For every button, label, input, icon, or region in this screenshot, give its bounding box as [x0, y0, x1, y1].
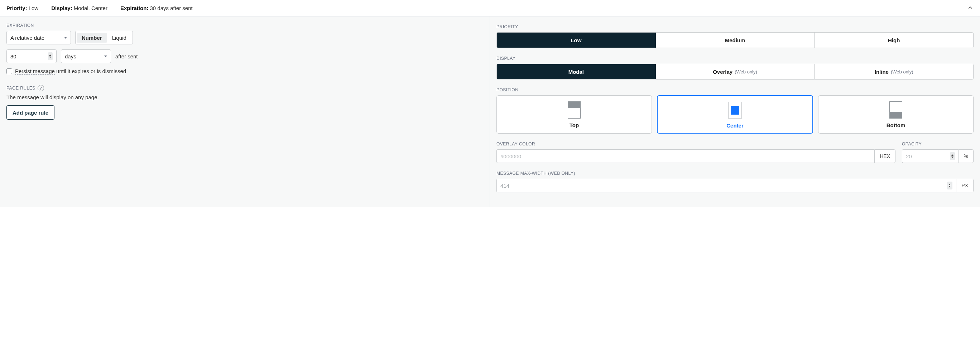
position-bottom-label: Bottom	[886, 122, 905, 128]
position-option-bottom[interactable]: Bottom	[818, 95, 974, 133]
expiration-unit-value: days	[65, 53, 76, 59]
maxwidth-suffix: PX	[956, 179, 974, 192]
after-sent-text: after sent	[115, 53, 138, 59]
display-heading: DISPLAY	[496, 56, 974, 61]
priority-option-high[interactable]: High	[815, 33, 973, 48]
summary-bar: Priority: Low Display: Modal, Center Exp…	[0, 0, 980, 16]
opacity-heading: OPACITY	[902, 141, 974, 146]
maxwidth-text[interactable]	[500, 183, 944, 189]
position-group: Top Center Bottom	[496, 95, 974, 133]
position-top-icon	[568, 102, 581, 119]
maxwidth-heading: MESSAGE MAX-WIDTH (WEB ONLY)	[496, 171, 974, 176]
expiration-type-select[interactable]: A relative date	[6, 31, 71, 44]
summary-display: Display: Modal, Center	[51, 5, 107, 11]
opacity-text[interactable]	[906, 153, 947, 159]
display-option-overlay[interactable]: Overlay (Web only)	[656, 64, 815, 79]
position-top-label: Top	[570, 122, 579, 128]
opacity-input[interactable]	[902, 149, 959, 163]
position-bottom-icon	[889, 102, 902, 119]
help-icon[interactable]: ?	[38, 85, 44, 91]
priority-group: Low Medium High	[496, 32, 974, 48]
expiration-unit-select[interactable]: days	[61, 49, 111, 63]
priority-option-low[interactable]: Low	[497, 33, 656, 48]
add-page-rule-button[interactable]: Add page rule	[6, 105, 54, 120]
page-rules-desc: The message will display on any page.	[6, 94, 483, 100]
display-overlay-label: Overlay	[713, 69, 732, 75]
position-option-top[interactable]: Top	[496, 95, 652, 133]
expiration-type-value: A relative date	[10, 35, 45, 41]
persist-row: Persist message until it expires or is d…	[6, 68, 483, 74]
opacity-suffix: %	[959, 149, 974, 163]
priority-heading: PRIORITY	[496, 24, 974, 29]
position-center-label: Center	[726, 122, 744, 129]
position-option-center[interactable]: Center	[657, 95, 813, 133]
summary-expiration-label: Expiration:	[120, 5, 148, 11]
display-option-modal[interactable]: Modal	[497, 64, 656, 79]
summary-expiration-value: 30 days after sent	[150, 5, 192, 11]
maxwidth-input[interactable]	[496, 179, 956, 192]
position-heading: POSITION	[496, 87, 974, 92]
collapse-icon[interactable]	[967, 4, 974, 12]
right-panel: PRIORITY Low Medium High DISPLAY Modal O…	[490, 16, 980, 207]
persist-checkbox[interactable]	[6, 68, 12, 74]
overlay-color-field: HEX	[496, 149, 896, 163]
expiration-heading: EXPIRATION	[6, 23, 483, 28]
expiration-number-field[interactable]	[10, 53, 45, 59]
display-overlay-suffix: (Web only)	[735, 69, 757, 75]
summary-priority-value: Low	[29, 5, 39, 11]
toggle-liquid[interactable]: Liquid	[107, 33, 132, 43]
persist-rest: until it expires or is dismissed	[55, 68, 126, 74]
summary-display-label: Display:	[51, 5, 72, 11]
toggle-number[interactable]: Number	[76, 33, 107, 43]
stepper-icon[interactable]	[950, 152, 955, 160]
number-liquid-toggle: Number Liquid	[75, 31, 133, 44]
persist-label: Persist message until it expires or is d…	[15, 68, 126, 74]
summary-priority-label: Priority:	[6, 5, 27, 11]
display-modal-label: Modal	[568, 69, 584, 75]
page-rules-heading-text: PAGE RULES	[6, 86, 35, 90]
chevron-down-icon	[104, 56, 107, 57]
priority-option-medium[interactable]: Medium	[656, 33, 815, 48]
overlay-color-suffix: HEX	[874, 149, 896, 163]
left-panel: EXPIRATION A relative date Number Liquid…	[0, 16, 490, 207]
stepper-icon[interactable]	[947, 182, 953, 189]
position-center-icon	[729, 102, 741, 119]
persist-underlined: Persist message	[15, 68, 55, 75]
display-inline-label: Inline	[875, 69, 889, 75]
overlay-color-heading: OVERLAY COLOR	[496, 141, 896, 146]
expiration-number-input[interactable]	[6, 49, 57, 63]
overlay-color-input[interactable]	[496, 149, 874, 163]
display-group: Modal Overlay (Web only) Inline (Web onl…	[496, 64, 974, 79]
overlay-color-text[interactable]	[500, 153, 871, 159]
opacity-field: %	[902, 149, 974, 163]
maxwidth-field: PX	[496, 179, 974, 192]
display-inline-suffix: (Web only)	[891, 69, 913, 75]
summary-display-value: Modal, Center	[74, 5, 107, 11]
display-option-inline[interactable]: Inline (Web only)	[815, 64, 973, 79]
summary-expiration: Expiration: 30 days after sent	[120, 5, 193, 11]
summary-priority: Priority: Low	[6, 5, 38, 11]
stepper-icon[interactable]	[48, 52, 52, 60]
chevron-down-icon	[64, 37, 67, 39]
page-rules-heading: PAGE RULES ?	[6, 85, 483, 91]
